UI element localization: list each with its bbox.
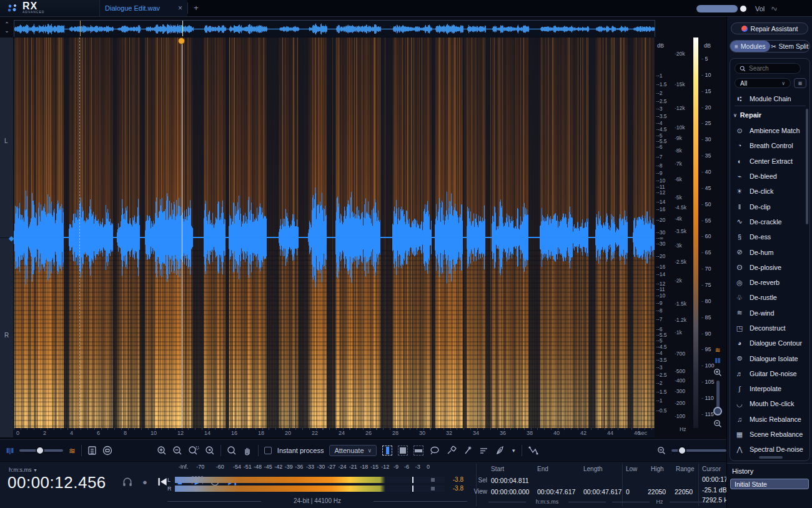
repair-assistant-button[interactable]: Repair Assistant — [731, 22, 808, 34]
h-zoom-out-icon[interactable] — [657, 446, 666, 455]
signal-flow-icon[interactable] — [528, 446, 539, 456]
time-ruler[interactable]: 0246810121416182022242628303234363840424… — [14, 428, 655, 437]
legend-scale-unit: dB — [704, 42, 711, 49]
module-item-breath-control[interactable]: ◔Breath Control — [735, 138, 807, 153]
module-item-music-rebalance[interactable]: ♫Music Rebalance — [735, 412, 807, 427]
module-item-dialogue-contour[interactable]: ◕Dialogue Contour — [735, 336, 807, 351]
module-item-spectral-de-noise[interactable]: ⋀Spectral De-noise — [735, 442, 807, 457]
process-mode-dropdown[interactable]: Attenuate ∨ — [329, 445, 377, 456]
module-item-guitar-de-noise[interactable]: ♬Guitar De-noise — [735, 366, 807, 381]
module-list-h-scrollbar[interactable] — [759, 456, 783, 459]
new-tab-button[interactable]: + — [191, 3, 201, 13]
instant-process-checkbox[interactable] — [264, 447, 272, 454]
smoothing-tool-icon[interactable] — [478, 446, 489, 456]
module-chain-item[interactable]: ⑆ Module Chain — [735, 94, 806, 106]
module-item-de-click[interactable]: ☀De-click — [735, 184, 807, 199]
module-list-scrollbar[interactable] — [806, 109, 808, 224]
time-tick-label: 30 — [419, 430, 425, 436]
brand-subtitle: ADVANCED — [22, 10, 44, 14]
horizontal-zoom-slider[interactable] — [671, 449, 726, 452]
waveform-spectrogram-blend-slider[interactable] — [19, 449, 63, 452]
file-tab[interactable]: Dialogue Edit.wav × — [100, 0, 187, 16]
tab-modules[interactable]: ≡ Modules — [730, 41, 770, 52]
module-search[interactable] — [735, 63, 801, 74]
view-length-value: 00:00:47.617 — [583, 488, 621, 496]
zoom-in-icon[interactable] — [157, 446, 167, 456]
search-input[interactable] — [749, 65, 793, 72]
brush-tool-icon[interactable] — [446, 446, 457, 456]
module-item-de-rustle[interactable]: ♧De-rustle — [735, 290, 807, 305]
record-button[interactable]: ● — [139, 476, 151, 487]
time-format-selector[interactable]: h:m:s.ms ▼ — [9, 467, 37, 473]
spectrogram-blend-icon[interactable]: ≋ — [715, 347, 720, 354]
monitor-headphones-button[interactable] — [122, 476, 133, 487]
module-item-ambience-match[interactable]: ⊙Ambience Match — [735, 123, 807, 138]
vertical-zoom-out-icon[interactable] — [713, 419, 722, 428]
overview-expand-icon[interactable]: ⌃⌄ — [2, 21, 12, 36]
overview-waveform-canvas[interactable] — [14, 21, 655, 37]
module-item-de-bleed[interactable]: ⌁De-bleed — [735, 169, 807, 184]
module-item-deconstruct[interactable]: ◳Deconstruct — [735, 321, 807, 336]
time-frequency-selection-tool[interactable] — [398, 446, 408, 456]
vertical-zoom-knob[interactable] — [713, 407, 722, 416]
module-item-de-reverb[interactable]: ◎De-reverb — [735, 275, 807, 290]
module-item-de-wind[interactable]: ≋De-wind — [735, 306, 807, 321]
zoom-reset-icon[interactable] — [205, 446, 215, 456]
zoom-out-icon[interactable] — [172, 446, 182, 456]
time-tick-label: 20 — [285, 430, 291, 436]
history-item-initial-state[interactable]: Initial State — [730, 479, 809, 489]
freq-tick-label: 4k — [676, 216, 682, 222]
magnifier-tool-icon[interactable] — [227, 446, 237, 456]
module-item-de-ess[interactable]: §De-ess — [735, 229, 807, 244]
freq-tick: -8k — [675, 147, 682, 154]
category-filter-dropdown[interactable]: All ∨ — [735, 78, 791, 88]
module-item-scene-rebalance[interactable]: ▦Scene Rebalance — [735, 427, 807, 442]
signal-chain-icon[interactable]: ∿ — [770, 3, 779, 14]
vertical-zoom-slider[interactable] — [716, 381, 720, 408]
zoom-selection-icon[interactable] — [188, 446, 199, 456]
magic-wand-tool-icon[interactable] — [462, 446, 473, 456]
comment-icon[interactable] — [102, 446, 113, 456]
guitar-icon: ♬ — [735, 370, 745, 377]
feather-tool-icon[interactable] — [495, 446, 505, 456]
tab-stem-split[interactable]: ✂ Stem Split — [770, 41, 810, 52]
spectrogram-canvas[interactable] — [14, 37, 655, 428]
module-item-de-clip[interactable]: ‖De-clip — [735, 199, 807, 214]
tab-close-icon[interactable]: × — [178, 4, 182, 12]
lasso-tool-icon[interactable] — [429, 446, 440, 456]
legend-tick-label: 40 — [705, 169, 711, 175]
info-divider — [622, 464, 623, 506]
clipboard-icon[interactable] — [87, 446, 97, 456]
waveform-overview[interactable] — [14, 20, 655, 37]
module-item-de-plosive[interactable]: ʘDe-plosive — [735, 260, 807, 275]
list-options-button[interactable]: ≡ — [794, 78, 806, 88]
volume-knob[interactable] — [739, 4, 748, 13]
time-selection-tool[interactable] — [382, 446, 392, 456]
frequency-selection-tool[interactable] — [413, 446, 423, 456]
view-start-value: 00:00:00.000 — [491, 488, 529, 496]
spectrogram-view[interactable] — [14, 37, 655, 428]
volume-slider[interactable] — [696, 5, 749, 12]
vertical-zoom-in-icon[interactable] — [713, 368, 722, 377]
repair-section-header[interactable]: ∨ Repair — [733, 111, 761, 119]
waveform-blend-icon[interactable]: ‖‖ — [715, 357, 720, 364]
tool-options-chevron-icon[interactable]: ▼ — [511, 448, 516, 454]
spectrogram-view-icon[interactable]: ≋ — [69, 446, 76, 456]
module-item-dialogue-isolate[interactable]: ⊜Dialogue Isolate — [735, 351, 807, 366]
module-chain-icon: ⑆ — [735, 95, 745, 102]
blend-slider-knob[interactable] — [36, 446, 44, 455]
hand-tool-icon[interactable] — [242, 446, 252, 456]
meter-value-l: -3.8 — [447, 476, 463, 483]
horizontal-zoom-knob[interactable] — [678, 446, 686, 455]
amp-tick-label: -16 — [658, 206, 665, 212]
module-item-de-crackle[interactable]: ∿De-crackle — [735, 214, 807, 229]
playhead-marker[interactable] — [178, 37, 185, 44]
low-header: Low — [626, 466, 637, 472]
playhead-line[interactable] — [182, 37, 182, 428]
module-item-interpolate[interactable]: ∫Interpolate — [735, 381, 807, 396]
module-item-de-hum[interactable]: ⊘De-hum — [735, 244, 807, 259]
waveform-view-icon[interactable]: ‖|‖ — [6, 447, 14, 454]
module-item-mouth-de-click[interactable]: ◡Mouth De-click — [735, 396, 807, 411]
module-item-center-extract[interactable]: ◐Center Extract — [735, 154, 807, 169]
legend-tick: - 50 — [701, 201, 711, 207]
